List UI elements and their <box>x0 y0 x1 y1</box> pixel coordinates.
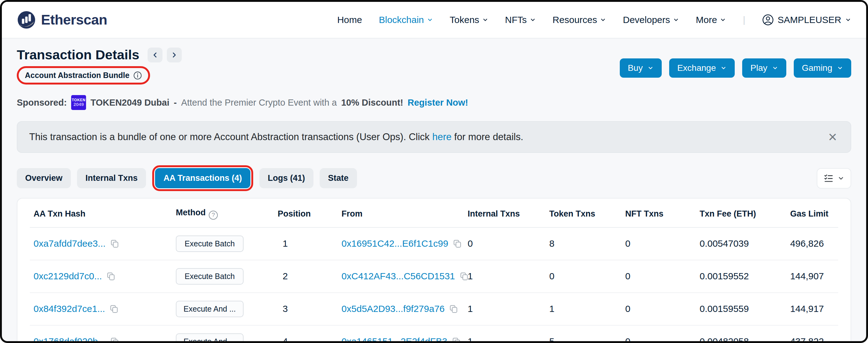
previous-txn-button[interactable] <box>148 48 162 62</box>
app-window: Etherscan HomeBlockchainTokensNFTsResour… <box>0 0 868 343</box>
cell-internal-txns: 1 <box>464 325 546 343</box>
bundle-badge-label: Account Abstraction Bundle <box>25 71 129 80</box>
table-body: 0xa7afdd7dee3...Execute Batch10x16951C42… <box>30 227 838 343</box>
nav-item-nfts[interactable]: NFTs <box>505 14 536 25</box>
cell-method: Execute And ... <box>172 293 274 325</box>
from-address-link[interactable]: 0xC412AF43...C56CD1531 <box>341 271 455 281</box>
info-icon[interactable] <box>133 71 142 80</box>
buy-button[interactable]: Buy <box>620 58 662 78</box>
chevron-down-icon <box>720 17 726 23</box>
nav-item-resources[interactable]: Resources <box>553 14 606 25</box>
chevron-down-icon <box>647 65 654 71</box>
tab-logs-41[interactable]: Logs (41) <box>259 168 313 188</box>
brand[interactable]: Etherscan <box>17 10 107 30</box>
red-annotation-circle: AA Transactions (4) <box>152 165 253 191</box>
cell-gas-limit: 496,826 <box>786 227 838 260</box>
next-txn-button[interactable] <box>167 48 182 62</box>
nav-item-developers[interactable]: Developers <box>623 14 679 25</box>
chevron-down-icon <box>720 65 727 71</box>
copy-icon[interactable] <box>110 239 119 249</box>
tab-internal-txns[interactable]: Internal Txns <box>77 168 146 188</box>
cell-gas-limit: 144,917 <box>786 293 838 325</box>
method-badge[interactable]: Execute And ... <box>176 301 244 317</box>
column-header-position: Position <box>274 199 338 227</box>
aa-txn-hash-link[interactable]: 0x1768daf920b... <box>34 336 105 343</box>
register-now-link[interactable]: Register Now! <box>408 98 468 108</box>
here-link[interactable]: here <box>432 131 452 142</box>
chevron-down-icon <box>600 17 606 23</box>
close-icon[interactable]: × <box>826 131 839 143</box>
cell-from: 0xa1465151...2E2f4dFB3 <box>338 325 464 343</box>
promo-button-label: Play <box>750 63 767 73</box>
play-button[interactable]: Play <box>742 58 786 78</box>
nav-item-label: Home <box>337 14 362 25</box>
method-badge[interactable]: Execute Batch <box>176 236 244 252</box>
cell-internal-txns: 1 <box>464 293 546 325</box>
copy-icon[interactable] <box>452 337 461 343</box>
txn-pager <box>148 48 182 62</box>
chevron-down-icon <box>530 17 536 23</box>
chevron-down-icon <box>845 17 851 23</box>
page-content: Transaction Details <box>2 38 866 343</box>
help-icon[interactable]: ? <box>209 211 218 220</box>
notice-text: This transaction is a bundle of one or m… <box>29 131 523 143</box>
aa-txn-hash-link[interactable]: 0x84f392d7ce1... <box>34 304 105 314</box>
table-row: 0x1768daf920b...Execute And ...40xa14651… <box>30 325 838 343</box>
column-header-gas-limit: Gas Limit <box>786 199 838 227</box>
cell-method: Execute And ... <box>172 325 274 343</box>
account-abstraction-bundle-badge: Account Abstraction Bundle <box>25 71 142 80</box>
cell-gas-limit: 144,907 <box>786 260 838 293</box>
sponsored-banner: Sponsored: TOKEN 2049 TOKEN2049 Dubai - … <box>17 95 851 110</box>
cell-from: 0x5d5A2D93...f9f279a76 <box>338 293 464 325</box>
method-badge[interactable]: Execute Batch <box>176 268 244 285</box>
nav-item-label: Blockchain <box>379 14 424 25</box>
copy-icon[interactable] <box>453 239 462 249</box>
cell-nft-txns: 0 <box>622 260 696 293</box>
column-header-label: From <box>341 209 363 218</box>
copy-icon[interactable] <box>449 304 458 314</box>
cell-txn-fee: 0.00159552 <box>696 260 786 293</box>
aa-transactions-table: AA Txn HashMethod?PositionFromInternal T… <box>30 199 838 343</box>
aa-txn-hash-link[interactable]: 0xc2129dd7c0... <box>34 271 102 281</box>
chevron-left-icon <box>151 51 159 59</box>
etherscan-logo-icon <box>17 10 36 30</box>
column-header-label: NFT Txns <box>625 209 663 218</box>
column-header-internal-txns: Internal Txns <box>464 199 546 227</box>
method-badge[interactable]: Execute And ... <box>176 333 244 343</box>
nav-item-label: Resources <box>553 14 597 25</box>
copy-icon[interactable] <box>460 272 469 282</box>
notice-text-after: for more details. <box>454 131 523 142</box>
nav-item-label: Developers <box>623 14 670 25</box>
nav-item-tokens[interactable]: Tokens <box>450 14 488 25</box>
user-menu[interactable]: SAMPLEUSER <box>762 14 851 26</box>
column-header-label: Internal Txns <box>468 209 520 218</box>
copy-icon[interactable] <box>110 304 119 314</box>
token-icon-line2: 2049 <box>73 102 84 107</box>
column-header-label: Position <box>278 209 311 218</box>
copy-icon[interactable] <box>106 272 116 282</box>
from-address-link[interactable]: 0x16951C42...E6f1C1c99 <box>341 238 448 249</box>
cell-token-txns: 8 <box>546 227 622 260</box>
copy-icon[interactable] <box>110 337 119 343</box>
tab-state[interactable]: State <box>320 168 357 188</box>
nav-item-more[interactable]: More <box>696 14 726 25</box>
view-options-button[interactable] <box>817 168 851 189</box>
tab-overview[interactable]: Overview <box>17 168 71 188</box>
gaming-button[interactable]: Gaming <box>794 58 851 78</box>
cell-position: 4 <box>274 325 338 343</box>
aa-txn-hash-link[interactable]: 0xa7afdd7dee3... <box>34 238 105 249</box>
column-header-from: From <box>338 199 464 227</box>
user-icon <box>762 14 774 26</box>
tab-aa-transactions-4[interactable]: AA Transactions (4) <box>155 168 250 188</box>
sponsored-text: Attend the Premier Crypto Event with a <box>181 98 337 108</box>
token2049-icon: TOKEN 2049 <box>71 95 86 110</box>
exchange-button[interactable]: Exchange <box>669 58 735 78</box>
cell-token-txns: 5 <box>546 325 622 343</box>
nav-item-blockchain[interactable]: Blockchain <box>379 14 433 25</box>
from-address-link[interactable]: 0xa1465151...2E2f4dFB3 <box>341 336 447 343</box>
nav-item-home[interactable]: Home <box>337 14 362 25</box>
notice-text-before: This transaction is a bundle of one or m… <box>29 131 430 142</box>
cell-aa-txn-hash: 0xa7afdd7dee3... <box>30 227 172 260</box>
from-address-link[interactable]: 0x5d5A2D93...f9f279a76 <box>341 304 444 314</box>
tabs-row: OverviewInternal TxnsAA Transactions (4)… <box>17 165 851 191</box>
